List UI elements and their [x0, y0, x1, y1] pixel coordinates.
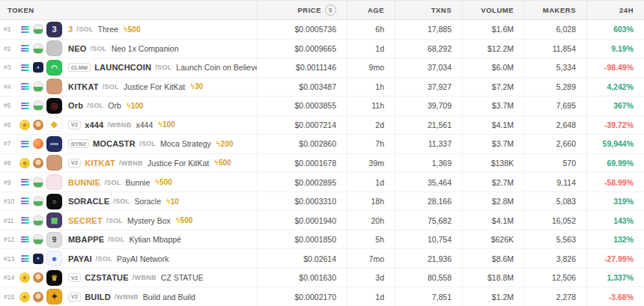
token-name: Soracle — [134, 197, 161, 206]
lightning-icon: ϟ — [155, 178, 159, 186]
makers-cell: 2,660 — [524, 135, 586, 153]
token-row[interactable]: #11▩SECRET/SOLMystery Boxϟ500$0.00019402… — [0, 211, 644, 230]
txns-cell-value: 37,927 — [428, 82, 452, 91]
age-cell-value: 20h — [371, 216, 384, 225]
token-symbol: KITKAT — [68, 82, 99, 91]
token-symbol: LAUNCHCOIN — [94, 63, 151, 72]
token-rank: #11 — [4, 217, 19, 224]
volume-cell: $18.8M — [462, 269, 524, 287]
raydium-dex-icon: ✦ — [33, 62, 43, 73]
token-table: TOKENPRICE$AGETXNSVOLUMEMAKERS24H #133/S… — [0, 0, 644, 306]
volume-cell-value: $2.8M — [492, 197, 514, 206]
pumpswap-dex-icon — [33, 234, 43, 245]
solana-chain-icon — [19, 138, 30, 149]
makers-cell: 9,114 — [524, 173, 586, 192]
token-row[interactable]: #5◎Orb/SOLOrbϟ100$0.000385511h39,709$3.7… — [0, 97, 644, 116]
price-cell: $0.0011146 — [257, 58, 347, 77]
price-cell-value: $0.0002170 — [295, 293, 336, 302]
volume-cell-value: $1.6M — [492, 25, 514, 34]
header-label-24h: 24H — [619, 6, 634, 14]
header-cell-volume[interactable]: VOLUME — [462, 1, 524, 19]
price-cell-value: $0.0003310 — [295, 197, 336, 206]
token-cell: #133/SOLThreeϟ500 — [0, 20, 257, 39]
token-rank: #15 — [4, 293, 19, 301]
token-row[interactable]: #133/SOLThreeϟ500$0.00057366h17,885$1.6M… — [0, 20, 644, 40]
volume-cell: $3.7M — [462, 97, 524, 115]
price-cell-value: $0.0003855 — [295, 101, 336, 110]
volume-cell-value: $3.7M — [492, 101, 514, 110]
token-cell: #8◆V2KITKAT/WBNBJustice For KitKatϟ500 — [0, 154, 257, 173]
token-row[interactable]: #9BUNNIE/SOLBunnieϟ500$0.00028951d35,464… — [0, 173, 644, 192]
txns-cell: 11,337 — [395, 135, 462, 153]
token-row[interactable]: #8◆V2KITKAT/WBNBJustice For KitKatϟ500$0… — [0, 154, 644, 174]
header-cell-price[interactable]: PRICE$ — [257, 1, 347, 19]
change-24h-cell: 9.19% — [586, 40, 644, 58]
token-pair: /WBNB — [115, 293, 139, 301]
price-cell: $0.0001850 — [257, 230, 347, 249]
pumpswap-dex-icon — [33, 82, 43, 92]
header-cell-age[interactable]: AGE — [347, 1, 395, 19]
token-pair: /WBNB — [119, 159, 143, 167]
change-24h-value: 132% — [613, 235, 634, 244]
change-24h-cell: 132% — [586, 230, 644, 249]
header-label-token: TOKEN — [7, 6, 34, 14]
header-cell-token[interactable]: TOKEN — [0, 1, 257, 19]
lightning-icon: ϟ — [214, 159, 218, 167]
token-row[interactable]: #2NEO/SOLNeo 1x Companion$0.00096651d68,… — [0, 40, 644, 59]
token-row[interactable]: #3✦◠CLMMLAUNCHCOIN/SOLLaunch Coin on Bel… — [0, 58, 644, 78]
header-cell-makers[interactable]: MAKERS — [524, 1, 586, 19]
header-cell-24h[interactable]: 24H — [586, 1, 644, 19]
token-symbol: MBAPPE — [68, 235, 104, 244]
token-row[interactable]: #6◆❖V2x444/WBNBx444ϟ100$0.00072142d21,56… — [0, 116, 644, 135]
token-rank: #8 — [4, 159, 19, 167]
volume-cell-value: $138K — [491, 159, 514, 168]
age-cell-value: 11h — [371, 101, 384, 110]
token-rank: #9 — [4, 179, 19, 186]
token-cell: #15◆✦V2BUILD/WBNBBuild and Build — [0, 287, 257, 306]
txns-cell-value: 28,166 — [428, 197, 452, 206]
age-cell-value: 1d — [375, 293, 384, 302]
price-cell: $0.002860 — [257, 135, 347, 153]
token-cell: #10○SORACLE/SOLSoracleϟ10 — [0, 192, 257, 211]
price-cell-value: $0.0009665 — [295, 44, 336, 53]
boost-badge: ϟ500 — [155, 178, 171, 186]
change-24h-value: 143% — [613, 216, 634, 225]
age-cell-value: 39m — [369, 159, 384, 168]
token-name: Orb — [108, 101, 121, 110]
token-rank: #4 — [4, 83, 19, 91]
txns-cell: 75,682 — [395, 211, 462, 230]
price-cell: $0.0009665 — [257, 40, 347, 58]
solana-chain-icon — [19, 234, 30, 245]
lightning-icon: ϟ — [124, 25, 127, 34]
txns-cell: 80,558 — [395, 269, 462, 287]
txns-cell-value: 17,885 — [428, 25, 452, 34]
token-symbol: MOCASTR — [93, 139, 136, 148]
token-row[interactable]: #15◆✦V2BUILD/WBNBBuild and Build$0.00021… — [0, 287, 644, 306]
change-24h-cell: 367% — [586, 97, 644, 115]
token-row[interactable]: #7oooDYN2MOCASTR/SOLMoca Strategyϟ200$0.… — [0, 135, 644, 154]
age-cell-value: 5h — [375, 235, 384, 244]
pumpswap-dex-icon — [33, 100, 43, 111]
boost-badge: ϟ200 — [216, 140, 233, 148]
volume-cell: $12.2M — [462, 40, 524, 58]
token-row[interactable]: #10○SORACLE/SOLSoracleϟ10$0.000331018h28… — [0, 192, 644, 212]
token-row[interactable]: #14◆♛V2CZSTATUE/WBNBCZ STATUE$0.0016303d… — [0, 269, 644, 288]
change-24h-cell: -39.72% — [586, 116, 644, 135]
token-avatar: ◎ — [46, 98, 62, 114]
makers-cell-value: 9,114 — [557, 178, 577, 187]
price-cell: $0.0007214 — [257, 116, 347, 135]
token-rank: #3 — [4, 64, 19, 71]
lightning-icon: ϟ — [216, 140, 220, 148]
header-cell-txns[interactable]: TXNS — [395, 1, 462, 19]
token-row[interactable]: #4KITKAT/SOLJustice For KitKatϟ30$0.0034… — [0, 78, 644, 97]
price-cell: $0.0002170 — [257, 287, 347, 306]
dollar-circle-icon[interactable]: $ — [325, 4, 336, 16]
token-row[interactable]: #129MBAPPE/SOLKylian Mbappé$0.00018505h1… — [0, 230, 644, 250]
volume-cell: $626K — [462, 230, 524, 249]
volume-cell-value: $3.7M — [492, 139, 514, 148]
token-row[interactable]: #13✦●PAYAI/SOLPayAI Network$0.026147mo21… — [0, 249, 644, 269]
token-rank: #13 — [4, 255, 19, 263]
volume-cell: $2.7M — [462, 173, 524, 192]
token-name: Justice For KitKat — [148, 159, 209, 168]
token-pair: /WBNB — [107, 121, 131, 129]
